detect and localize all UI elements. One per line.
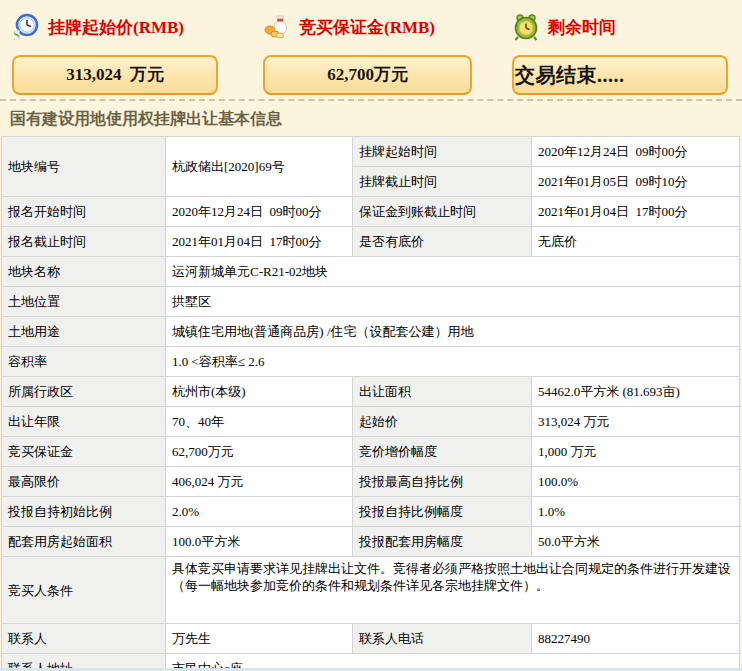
summary-header: $ 挂牌起始价(RMB) 313,024 万元 竞买保证金(RMB) 62,70… — [0, 0, 742, 101]
listing-start-price-label: 挂牌起始价(RMB) — [48, 16, 184, 39]
listing-start-price-value: 313,024 万元 — [12, 55, 218, 95]
field-label: 最高限价 — [2, 467, 166, 497]
field-label: 容积率 — [2, 347, 166, 377]
field-label: 报名开始时间 — [2, 197, 166, 227]
field-value: 1,000 万元 — [532, 437, 740, 467]
field-value: 杭州市(本级) — [166, 377, 353, 407]
bid-deposit-value: 62,700万元 — [263, 55, 472, 95]
land-info-table: 地块编号杭政储出[2020]69号挂牌起始时间2020年12月24日 09时00… — [1, 136, 740, 671]
field-value: 100.0平方米 — [166, 527, 353, 557]
bid-deposit-card: 竞买保证金(RMB) 62,700万元 — [263, 12, 472, 95]
field-label: 所属行政区 — [2, 377, 166, 407]
field-value: 2.0% — [166, 497, 353, 527]
field-label: 地块名称 — [2, 257, 166, 287]
remaining-time-value: 交易结束..... — [512, 55, 728, 95]
svg-text:$: $ — [13, 28, 20, 41]
field-label: 地块编号 — [2, 137, 166, 197]
field-value: 杭政储出[2020]69号 — [166, 137, 353, 197]
field-label: 挂牌起始时间 — [353, 137, 532, 167]
field-label: 投报自持比例幅度 — [353, 497, 532, 527]
bid-deposit-label: 竞买保证金(RMB) — [299, 16, 435, 39]
field-value: 100.0% — [532, 467, 740, 497]
field-label: 起始价 — [353, 407, 532, 437]
field-label: 保证金到账截止时间 — [353, 197, 532, 227]
field-value: 2020年12月24日 09时00分 — [532, 137, 740, 167]
field-value: 2021年01月05日 09时10分 — [532, 167, 740, 197]
field-label: 是否有底价 — [353, 227, 532, 257]
field-label: 出让面积 — [353, 377, 532, 407]
field-value: 城镇住宅用地(普通商品房) /住宅（设配套公建）用地 — [166, 317, 740, 347]
field-label: 投报配套用房幅度 — [353, 527, 532, 557]
field-value: 2021年01月04日 17时00分 — [166, 227, 353, 257]
field-value: 54462.0平方米 (81.693亩) — [532, 377, 740, 407]
field-value: 1.0 <容积率≤ 2.6 — [166, 347, 740, 377]
field-label: 竞买人条件 — [2, 557, 166, 624]
field-value: 具体竞买申请要求详见挂牌出让文件。竞得者必须严格按照土地出让合同规定的条件进行开… — [166, 557, 740, 624]
field-value: 运河新城单元C-R21-02地块 — [166, 257, 740, 287]
field-label: 挂牌截止时间 — [353, 167, 532, 197]
remaining-time-card: 剩余时间 交易结束..... — [512, 12, 728, 95]
info-table-body: 地块编号杭政储出[2020]69号挂牌起始时间2020年12月24日 09时00… — [2, 137, 740, 671]
field-label: 竞买保证金 — [2, 437, 166, 467]
field-value: 50.0平方米 — [532, 527, 740, 557]
field-value: 万先生 — [166, 624, 353, 654]
field-value: 无底价 — [532, 227, 740, 257]
field-label: 出让年限 — [2, 407, 166, 437]
field-value: 70、40年 — [166, 407, 353, 437]
field-label: 报名截止时间 — [2, 227, 166, 257]
alarm-clock-icon — [512, 13, 540, 41]
field-value: 313,024 万元 — [532, 407, 740, 437]
field-label: 投报自持初始比例 — [2, 497, 166, 527]
field-label: 土地用途 — [2, 317, 166, 347]
field-value: 2020年12月24日 09时00分 — [166, 197, 353, 227]
field-label: 竞价增价幅度 — [353, 437, 532, 467]
field-label: 土地位置 — [2, 287, 166, 317]
field-label: 联系人电话 — [353, 624, 532, 654]
field-value: 2021年01月04日 17时00分 — [532, 197, 740, 227]
section-title: 国有建设用地使用权挂牌出让基本信息 — [0, 101, 742, 136]
listing-start-price-card: $ 挂牌起始价(RMB) 313,024 万元 — [12, 12, 218, 95]
field-value: 1.0% — [532, 497, 740, 527]
field-label: 投报最高自持比例 — [353, 467, 532, 497]
field-value: 拱墅区 — [166, 287, 740, 317]
field-value: 406,024 万元 — [166, 467, 353, 497]
field-label: 联系人 — [2, 624, 166, 654]
money-bag-icon — [263, 13, 291, 41]
clock-money-icon: $ — [12, 13, 40, 41]
field-label: 配套用房起始面积 — [2, 527, 166, 557]
field-value: 88227490 — [532, 624, 740, 654]
field-value: 62,700万元 — [166, 437, 353, 467]
remaining-time-label: 剩余时间 — [548, 16, 616, 39]
